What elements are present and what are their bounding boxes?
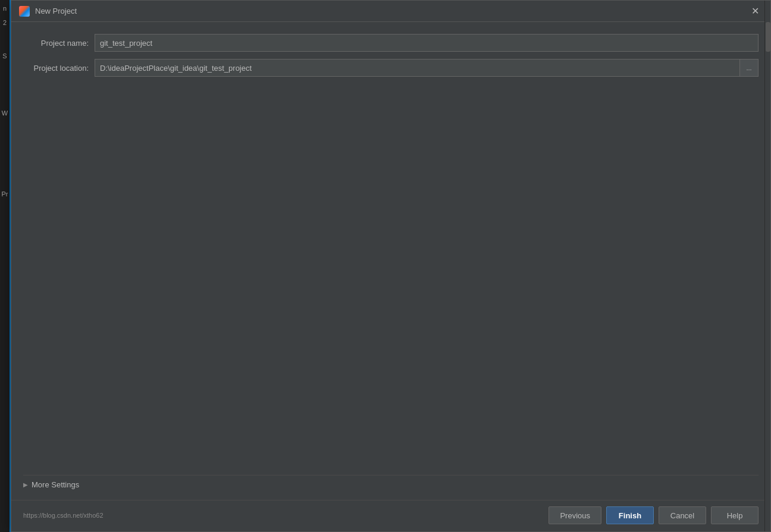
scrollbar-thumb — [766, 22, 770, 52]
project-location-field-group: ... — [95, 59, 759, 77]
sidebar-text-w: W — [0, 62, 10, 119]
dialog-footer: https://blog.csdn.net/xtho62 Previous Fi… — [11, 500, 770, 531]
main-area — [23, 84, 759, 475]
sidebar-text-2: 2 — [0, 17, 10, 29]
app-icon — [18, 5, 30, 17]
cancel-button[interactable]: Cancel — [659, 506, 706, 524]
more-settings-chevron: ▶ — [23, 481, 28, 488]
new-project-dialog: New Project ✕ Project name: Project loca… — [11, 0, 771, 532]
project-location-row: Project location: ... — [23, 59, 759, 77]
project-name-label: Project name: — [23, 39, 95, 48]
scrollbar[interactable] — [764, 1, 770, 531]
previous-button[interactable]: Previous — [549, 506, 601, 524]
sidebar-text-pr: Pr — [0, 119, 10, 200]
project-location-input[interactable] — [95, 59, 739, 77]
dialog-content: Project name: Project location: ... ▶ Mo… — [11, 22, 770, 500]
sidebar-text-n: n — [0, 0, 10, 17]
help-button[interactable]: Help — [711, 506, 759, 524]
more-settings-row[interactable]: ▶ More Settings — [23, 475, 759, 494]
project-location-label: Project location: — [23, 64, 95, 73]
more-settings-label: More Settings — [32, 480, 79, 489]
footer-url: https://blog.csdn.net/xtho62 — [23, 512, 104, 519]
close-button[interactable]: ✕ — [747, 3, 763, 20]
dialog-title: New Project — [35, 7, 77, 15]
project-name-row: Project name: — [23, 34, 759, 52]
sidebar-text-s: S — [0, 29, 10, 62]
project-name-input[interactable] — [95, 34, 759, 52]
browse-button[interactable]: ... — [739, 59, 759, 77]
finish-button[interactable]: Finish — [606, 506, 654, 524]
title-bar: New Project ✕ — [11, 1, 770, 22]
